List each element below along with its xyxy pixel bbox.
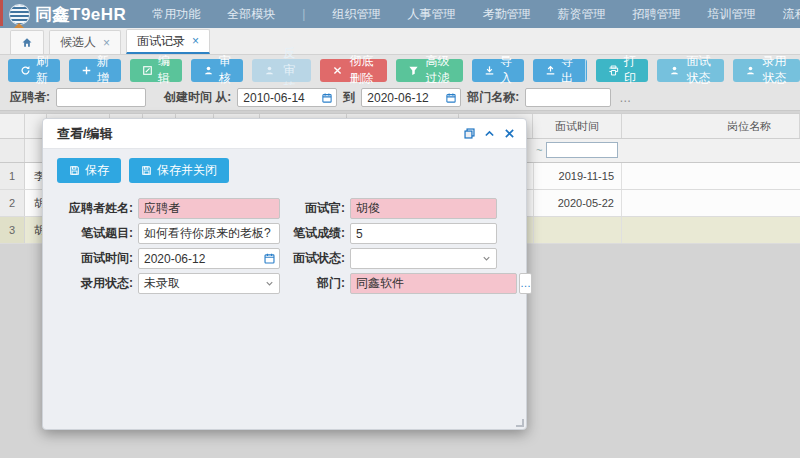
logo-globe-icon — [10, 5, 29, 24]
tab-label: 面试记录 — [137, 33, 185, 50]
interviewer-field[interactable] — [350, 198, 497, 219]
department-more-button[interactable]: … — [519, 273, 532, 294]
left-edge-accent — [0, 0, 3, 26]
print-button[interactable]: 打印 — [596, 59, 648, 82]
hire-status-select[interactable]: 未录取 — [138, 273, 280, 294]
save-button[interactable]: 保存 — [57, 158, 121, 183]
home-icon — [21, 36, 33, 49]
tab-candidates[interactable]: 候选人 × — [49, 30, 121, 54]
menu-separator: | — [302, 7, 305, 21]
column-header-interview-time[interactable]: 面试时间 — [533, 114, 622, 138]
menu-item-attendance[interactable]: 考勤管理 — [482, 6, 530, 23]
menu-item-training[interactable]: 培训管理 — [707, 6, 755, 23]
interview-time-filter-input[interactable] — [546, 142, 618, 158]
export-button[interactable]: 导出 — [533, 59, 585, 82]
hire-status-label: 录用状态: — [57, 275, 133, 292]
menu-item-workflow[interactable]: 流程引擎 — [782, 6, 800, 23]
close-icon[interactable]: × — [192, 34, 199, 48]
tab-label: 候选人 — [60, 34, 96, 51]
applicant-filter-label: 应聘者: — [10, 89, 50, 106]
dialog-button-row: 保存 保存并关闭 — [57, 158, 526, 183]
tab-home[interactable] — [10, 30, 44, 54]
chevron-down-icon — [586, 66, 587, 74]
applicant-name-field[interactable] — [138, 198, 280, 219]
add-button[interactable]: 新增 — [69, 59, 121, 82]
applicant-name-label: 应聘者姓名: — [57, 200, 133, 217]
import-button[interactable]: 导入 — [472, 59, 524, 82]
user-check-icon — [203, 65, 214, 76]
restore-icon[interactable] — [463, 127, 476, 140]
export-icon — [545, 65, 556, 76]
edit-button[interactable]: 编辑 — [130, 59, 182, 82]
interview-time-field[interactable] — [138, 248, 280, 269]
close-icon[interactable] — [503, 127, 516, 140]
cell-interview-time: 2019-11-15 — [533, 163, 622, 189]
written-topic-field[interactable] — [138, 223, 280, 244]
menu-item-common[interactable]: 常用功能 — [152, 6, 200, 23]
delete-icon — [332, 65, 343, 76]
filter-icon — [408, 65, 419, 76]
toolbar: 刷新 新增 编辑 审核 反审核 彻底删除 高级过滤 导入 导出 — [0, 55, 800, 85]
interview-status-label: 面试状态: — [285, 250, 345, 267]
created-time-label: 创建时间 从: — [164, 89, 231, 106]
collapse-icon[interactable] — [483, 127, 496, 140]
tilde-label: ~ — [536, 144, 542, 156]
audit-button[interactable]: 审核 — [191, 59, 243, 82]
user-icon — [745, 65, 756, 76]
row-number: 3 — [0, 217, 25, 243]
dept-filter-label: 部门名称: — [467, 89, 519, 106]
user-undo-icon — [264, 65, 275, 76]
save-close-button[interactable]: 保存并关闭 — [129, 158, 229, 183]
hire-status-button[interactable]: 录用状态 — [733, 59, 800, 82]
user-icon — [669, 65, 680, 76]
written-score-label: 笔试成绩: — [285, 225, 345, 242]
logo: 同鑫T9eHR — [10, 3, 126, 26]
column-header-position-name[interactable]: 岗位名称 — [622, 114, 800, 138]
menu-item-all-modules[interactable]: 全部模块 — [227, 6, 275, 23]
dept-more-button[interactable]: … — [619, 91, 631, 105]
chevron-down-icon — [481, 253, 492, 264]
resize-handle[interactable] — [516, 419, 524, 427]
menu-item-hr[interactable]: 人事管理 — [407, 6, 455, 23]
date-to-input[interactable]: 2020-06-12 — [361, 88, 461, 107]
department-label: 部门: — [285, 275, 345, 292]
written-score-field[interactable] — [350, 223, 497, 244]
import-icon — [484, 65, 495, 76]
to-label: 到 — [343, 89, 355, 106]
interview-status-select[interactable] — [350, 248, 497, 269]
advanced-filter-button[interactable]: 高级过滤 — [396, 59, 463, 82]
dialog-header[interactable]: 查看/编辑 — [43, 119, 526, 149]
calendar-icon[interactable] — [263, 252, 276, 268]
department-field[interactable] — [350, 273, 517, 294]
dialog-form: 应聘者姓名: 面试官: 笔试题目: 笔试成绩: 面试时间: 面试状态: 录用状态… — [57, 198, 526, 294]
close-icon[interactable]: × — [103, 36, 110, 50]
unaudit-button: 反审核 — [252, 59, 311, 82]
app-root: 同鑫T9eHR 常用功能 全部模块 | 组织管理 人事管理 考勤管理 薪资管理 … — [0, 0, 800, 458]
menu-item-recruit[interactable]: 招聘管理 — [632, 6, 680, 23]
calendar-icon — [445, 92, 457, 104]
tab-bar: 候选人 × 面试记录 × — [0, 28, 800, 55]
save-icon — [69, 165, 80, 176]
printer-icon — [608, 65, 619, 76]
cell-interview-time: 2020-05-22 — [533, 190, 622, 216]
export-split-button: 导出 — [533, 59, 587, 82]
calendar-icon — [321, 92, 333, 104]
menu-item-payroll[interactable]: 薪资管理 — [557, 6, 605, 23]
tab-interview-records[interactable]: 面试记录 × — [126, 29, 210, 54]
export-dropdown-button[interactable] — [585, 59, 587, 82]
save-icon — [141, 165, 152, 176]
date-from-input[interactable]: 2010-06-14 — [237, 88, 337, 107]
applicant-filter-input[interactable] — [56, 88, 146, 107]
refresh-icon — [20, 65, 31, 76]
row-number: 2 — [0, 190, 25, 216]
interview-status-button[interactable]: 面试状态 — [657, 59, 724, 82]
view-edit-dialog: 查看/编辑 保存 保存并关闭 应聘者姓名: 面试官: 笔试题目: 笔试成绩: — [42, 118, 527, 430]
edit-icon — [142, 65, 153, 76]
delete-button[interactable]: 彻底删除 — [320, 59, 387, 82]
topbar: 同鑫T9eHR 常用功能 全部模块 | 组织管理 人事管理 考勤管理 薪资管理 … — [0, 0, 800, 28]
filter-bar: 应聘者: 创建时间 从: 2010-06-14 到 2020-06-12 部门名… — [0, 85, 800, 110]
dept-filter-input[interactable] — [525, 88, 611, 107]
refresh-button[interactable]: 刷新 — [8, 59, 60, 82]
written-topic-label: 笔试题目: — [57, 225, 133, 242]
menu-item-org[interactable]: 组织管理 — [332, 6, 380, 23]
